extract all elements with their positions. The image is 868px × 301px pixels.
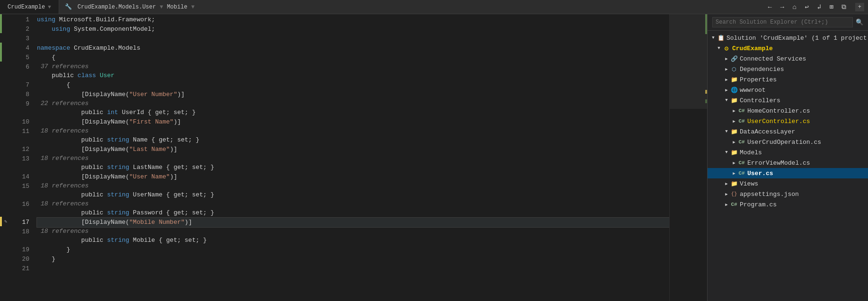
line-number-14: 14 [13, 172, 29, 182]
tree-item-models[interactable]: ▼ 📁 Models [708, 147, 868, 158]
marker-line-13 [2, 153, 9, 163]
ref-line-18: 18 references [37, 227, 669, 236]
tree-item-appsettings[interactable]: ▶ {} appsettings.json [708, 189, 868, 199]
tree-item-usercrudoperation[interactable]: ▶ C# UserCrudOperation.cs [708, 137, 868, 147]
code-line-4[interactable]: namespace CrudExample.Models [37, 44, 669, 53]
line-numbers: 123456789101112131415161718192021 [9, 14, 33, 301]
code-editor[interactable]: ✎ 123456789101112131415161718192021 usin… [0, 14, 707, 301]
marker-line-17: ✎ [2, 217, 9, 226]
code-line-18[interactable]: public string Mobile { get; set; } [37, 236, 669, 245]
line-number-13: 13 [13, 154, 29, 164]
search-icon[interactable]: 🔍 [856, 18, 863, 26]
tree-icon-connected-services: 🔗 [730, 55, 738, 62]
line-number-7: 7 [13, 80, 29, 90]
tree-label-usercontroller: UserController.cs [747, 118, 810, 125]
code-line-1[interactable]: using Microsoft.Build.Framework; [37, 15, 669, 25]
tree-icon-homecontroller: C# [738, 107, 745, 115]
code-line-19[interactable]: } [37, 245, 669, 255]
expand-icon-errorviewmodel: ▶ [730, 159, 738, 167]
code-line-13[interactable]: public string LastName { get; set; } [37, 163, 669, 172]
tree-item-properties[interactable]: ▶ 📁 Properties [708, 74, 868, 85]
code-line-8[interactable]: [DisplayName("User Number")] [37, 90, 669, 99]
code-line-11[interactable]: public string Name { get; set; } [37, 135, 669, 145]
nav-back[interactable]: ← [765, 2, 775, 12]
nav-redo[interactable]: ↲ [815, 2, 824, 12]
tree-item-dataaccesslayer[interactable]: ▼ 📁 DataAccessLayer [708, 126, 868, 137]
line-number-20: 20 [13, 255, 29, 264]
marker-line-6 [2, 62, 9, 71]
tab-crudexample[interactable]: CrudExample ▼ [0, 0, 59, 14]
ref-line-15: 18 references [37, 182, 669, 190]
tree-label-homecontroller: HomeController.cs [747, 107, 810, 115]
line-number-5: 5 [13, 53, 29, 62]
tree-item-views[interactable]: ▶ 📁 Views [708, 178, 868, 189]
tree-solution-root[interactable]: ▼ 📋 Solution 'CrudExample' (1 of 1 proje… [708, 33, 868, 43]
marker-line-10 [2, 116, 9, 126]
tree-icon-models: 📁 [730, 149, 738, 156]
tree-item-dependencies[interactable]: ▶ ⬡ Dependencies [708, 64, 868, 74]
tree-label-dependencies: Dependencies [740, 66, 784, 73]
expand-icon-views: ▶ [723, 180, 730, 187]
code-line-12[interactable]: [DisplayName("Last Name")] [37, 145, 669, 154]
line-number-8: 8 [13, 90, 29, 99]
nav-expand[interactable]: ⧉ [839, 2, 849, 12]
code-line-14[interactable]: [DisplayName("User Name")] [37, 172, 669, 182]
expand-icon-appsettings: ▶ [723, 190, 730, 198]
tree-item-connected-services[interactable]: ▶ 🔗 Connected Services [708, 53, 868, 64]
line-number-6: 6 [13, 62, 29, 72]
expand-icon-wwwroot: ▶ [723, 86, 730, 94]
nav-split[interactable]: ⊞ [827, 2, 836, 12]
code-line-16[interactable]: public string Password { get; set; } [37, 208, 669, 218]
tree-icon-appsettings: {} [730, 190, 738, 198]
line-number-12: 12 [13, 145, 29, 154]
code-line-21[interactable] [37, 264, 669, 274]
tree-label-controllers: Controllers [740, 97, 780, 104]
ref-line-13: 18 references [37, 154, 669, 163]
tree-label-usercrudoperation: UserCrudOperation.cs [747, 139, 821, 146]
nav-forward[interactable]: → [778, 2, 787, 12]
code-line-10[interactable]: [DisplayName("First Name")] [37, 117, 669, 127]
marker-line-7 [2, 80, 9, 89]
ref-line-16: 18 references [37, 200, 669, 208]
ref-line-9: 22 references [37, 99, 669, 108]
tree-item-usercontroller[interactable]: ▶ C# UserController.cs [708, 116, 868, 126]
marker-line-9 [2, 98, 9, 108]
nav-home[interactable]: ⌂ [790, 2, 799, 12]
code-line-20[interactable]: } [37, 255, 669, 264]
tree-item-crud-example[interactable]: ▼ ⚙ CrudExample [708, 43, 868, 53]
tree-item-program-cs[interactable]: ▶ C# Program.cs [708, 199, 868, 210]
code-line-7[interactable]: { [37, 80, 669, 90]
tree-item-controllers[interactable]: ▼ 📁 Controllers [708, 95, 868, 106]
tree-item-user-cs[interactable]: ▶ C# User.cs [708, 168, 868, 178]
add-tab-button[interactable]: + [855, 3, 864, 11]
tab-crudexample-label: CrudExample [8, 4, 45, 10]
code-line-17[interactable]: [DisplayName("Mobile Number")] [37, 218, 669, 227]
tree-item-errorviewmodel[interactable]: ▶ C# ErrorViewModel.cs [708, 158, 868, 168]
tree-item-wwwroot[interactable]: ▶ 🌐 wwwroot [708, 85, 868, 95]
line-number-2: 2 [13, 25, 29, 34]
code-content[interactable]: using Microsoft.Build.Framework; using S… [33, 14, 669, 301]
search-input[interactable] [712, 17, 853, 27]
code-line-2[interactable]: using System.ComponentModel; [37, 25, 669, 34]
tree-item-homecontroller[interactable]: ▶ C# HomeController.cs [708, 106, 868, 116]
tree-label-views: Views [740, 180, 758, 187]
tree-icon-program-cs: C# [730, 201, 738, 208]
nav-undo[interactable]: ↩ [802, 2, 812, 12]
marker-area: ✎ [2, 14, 9, 301]
line-number-11: 11 [13, 127, 29, 136]
breadcrumb-icon: 🔧 [65, 3, 72, 10]
expand-icon-dependencies: ▶ [723, 65, 730, 73]
line-number-4: 4 [13, 44, 29, 53]
code-line-3[interactable] [37, 34, 669, 44]
expand-icon-program-cs: ▶ [723, 201, 730, 208]
marker-line-3 [2, 33, 9, 43]
code-line-6[interactable]: public class User [37, 71, 669, 80]
code-line-9[interactable]: public int UserId { get; set; } [37, 108, 669, 117]
code-line-5[interactable]: { [37, 53, 669, 62]
solution-icon: 📋 [717, 34, 725, 42]
ref-line-6: 37 references [37, 62, 669, 71]
marker-line-16 [2, 199, 9, 208]
tree-label-user-cs: User.cs [747, 170, 773, 177]
code-line-15[interactable]: public string UserName { get; set; } [37, 190, 669, 200]
marker-line-2 [2, 24, 9, 33]
